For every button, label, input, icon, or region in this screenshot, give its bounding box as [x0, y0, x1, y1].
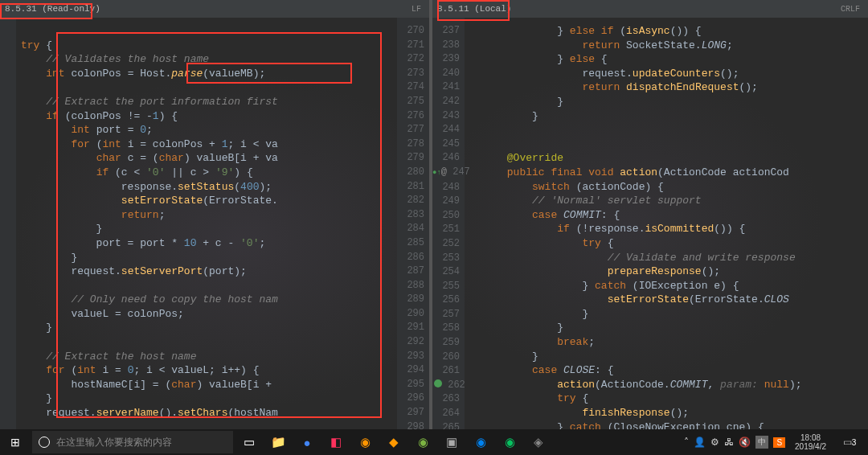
version-label-left: 8.5.31 (Read-only) — [5, 4, 100, 14]
app-sublime[interactable]: ◆ — [379, 429, 408, 455]
ime-indicator[interactable]: 中 — [755, 436, 768, 449]
pane-header-left: 8.5.31 (Read-only) LF — [0, 0, 429, 18]
sogou-ime-icon[interactable]: S — [773, 437, 785, 448]
line-ending-left: LF — [411, 5, 421, 14]
task-view-button[interactable]: ▭ — [235, 429, 264, 455]
diff-pane-right: 8.5.11 (Local) CRLF 23723823924024124224… — [432, 0, 868, 429]
app-explorer[interactable]: 📁 — [264, 429, 293, 455]
search-placeholder-text: 在这里输入你要搜索的内容 — [56, 436, 172, 449]
clock-date: 2019/4/2 — [795, 442, 826, 451]
app-terminal[interactable]: ▣ — [437, 429, 466, 455]
network-icon[interactable]: 🖧 — [724, 437, 734, 448]
code-area-right[interactable]: } else if (isAsync()) { return SocketSta… — [465, 18, 868, 429]
clock-time: 18:08 — [795, 433, 826, 442]
tray-overflow-icon[interactable]: ˄ — [684, 437, 689, 448]
people-icon[interactable]: 👤 — [694, 437, 706, 448]
app-wechat-work[interactable]: ◉ — [466, 429, 495, 455]
app-intellij[interactable]: ◧ — [321, 429, 350, 455]
cortana-icon — [39, 437, 50, 448]
bluetooth-icon[interactable]: ⚙ — [710, 437, 719, 448]
app-uc[interactable]: ◉ — [408, 429, 437, 455]
system-tray: ˄ 👤 ⚙ 🖧 🔇 中 S 18:08 2019/4/2 ▭3 — [684, 433, 868, 451]
taskbar-clock[interactable]: 18:08 2019/4/2 — [790, 433, 831, 451]
app-wechat[interactable]: ◉ — [495, 429, 524, 455]
line-numbers-left: 270 271 272 273 274 275 276 277 278 279 … — [397, 18, 429, 429]
code-area-left[interactable]: try { // Validates the host name int col… — [16, 18, 397, 429]
action-center-button[interactable]: ▭3 — [836, 437, 863, 448]
notification-icon: ▭ — [843, 437, 852, 448]
left-margin — [0, 18, 16, 429]
app-misc[interactable]: ◈ — [524, 429, 553, 455]
line-ending-right: CRLF — [841, 5, 860, 14]
app-firefox[interactable]: ◉ — [350, 429, 379, 455]
pane-header-right: 8.5.11 (Local) CRLF — [432, 0, 868, 18]
diff-pane-left: 8.5.31 (Read-only) LF try { // Validates… — [0, 0, 429, 429]
taskbar-search-box[interactable]: 在这里输入你要搜索的内容 — [32, 431, 233, 453]
start-button[interactable]: ⊞ — [0, 429, 31, 455]
volume-icon[interactable]: 🔇 — [739, 437, 751, 448]
taskbar-app-icons: ▭ 📁 ● ◧ ◉ ◆ ◉ ▣ ◉ ◉ ◈ — [235, 429, 553, 455]
line-numbers-right: 237238239240241242243244245246●↑@ 247248… — [432, 18, 465, 429]
app-chrome[interactable]: ● — [293, 429, 321, 455]
notification-count: 3 — [852, 438, 857, 447]
version-label-right: 8.5.11 (Local) — [437, 4, 511, 14]
windows-taskbar: ⊞ 在这里输入你要搜索的内容 ▭ 📁 ● ◧ ◉ ◆ ◉ ▣ ◉ ◉ ◈ ˄ 👤… — [0, 429, 868, 455]
